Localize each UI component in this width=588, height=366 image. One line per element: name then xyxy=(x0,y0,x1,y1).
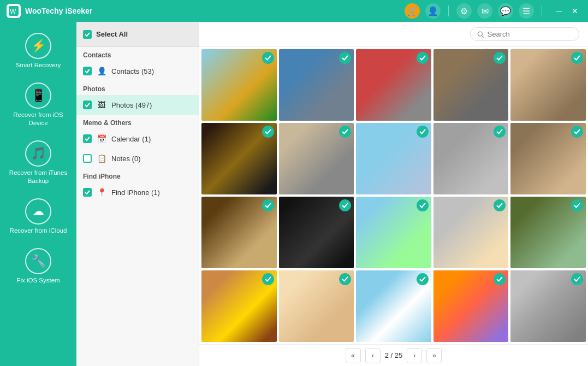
photo-cell[interactable] xyxy=(201,270,277,342)
section-contacts: Contacts xyxy=(76,47,199,61)
recover-ios-icon: 📱 xyxy=(25,82,51,109)
select-all-checkbox[interactable] xyxy=(83,30,92,39)
notes-checkbox[interactable] xyxy=(83,154,92,163)
photo-check xyxy=(262,273,274,285)
photo-cell[interactable] xyxy=(201,197,277,268)
photo-cell[interactable] xyxy=(510,49,586,121)
fix-ios-icon: 🔧 xyxy=(25,248,51,274)
first-page-button[interactable]: « xyxy=(346,348,361,363)
search-box[interactable] xyxy=(470,27,579,41)
panel-item-photos[interactable]: 🖼 Photos (497) xyxy=(76,95,199,115)
photos-label: Photos (497) xyxy=(111,101,152,109)
photo-check xyxy=(571,52,583,64)
sidebar-item-label-ios: Recover from iOS Device xyxy=(8,111,69,127)
calendar-label: Calendar (1) xyxy=(111,135,151,143)
photo-check xyxy=(339,126,351,138)
photo-check xyxy=(262,126,274,138)
photos-checkbox[interactable] xyxy=(83,101,92,109)
photo-check xyxy=(339,273,351,285)
photo-cell[interactable] xyxy=(356,197,431,268)
close-button[interactable]: ✕ xyxy=(568,5,581,16)
notes-icon: 📋 xyxy=(96,153,107,164)
photo-cell[interactable] xyxy=(279,123,354,194)
sidebar-item-recover-icloud[interactable]: ☁ Recover from iCloud xyxy=(5,193,71,240)
photo-cell[interactable] xyxy=(356,270,431,342)
panel-item-find-iphone[interactable]: 📍 Find iPhone (1) xyxy=(76,182,199,202)
photo-check xyxy=(494,52,506,64)
sidebar-item-label-itunes: Recover from iTunes Backup xyxy=(8,169,69,185)
mail-icon[interactable]: ✉ xyxy=(477,3,492,19)
photo-grid xyxy=(199,47,588,344)
last-page-button[interactable]: » xyxy=(426,348,442,363)
sidebar-item-label-icloud: Recover from iCloud xyxy=(10,227,67,235)
chat-icon[interactable]: 💬 xyxy=(498,3,513,19)
photo-check xyxy=(494,126,506,138)
panel-item-calendar[interactable]: 📅 Calendar (1) xyxy=(76,129,199,149)
find-iphone-checkbox[interactable] xyxy=(83,188,92,197)
main-content: « ‹ 2 / 25 › » xyxy=(199,22,588,366)
select-all-label[interactable]: Select All xyxy=(96,30,128,38)
minimize-button[interactable]: ─ xyxy=(553,5,565,16)
search-input[interactable] xyxy=(488,30,572,38)
pagination-bar: « ‹ 2 / 25 › » xyxy=(199,344,588,366)
search-icon xyxy=(477,31,484,38)
panel-item-notes[interactable]: 📋 Notes (0) xyxy=(76,149,199,168)
app-logo: W xyxy=(7,4,21,18)
photo-check xyxy=(417,52,429,64)
photo-check xyxy=(339,52,351,64)
section-find-iphone: Find iPhone xyxy=(76,168,199,182)
photo-cell[interactable] xyxy=(510,270,586,342)
photo-check xyxy=(494,273,506,285)
sidebar-item-label: Smart Recovery xyxy=(16,61,61,69)
photo-check xyxy=(571,126,583,138)
title-bar-actions: 🛒 👤 ⚙ ✉ 💬 ☰ ─ ✕ xyxy=(405,3,581,19)
photo-check xyxy=(571,273,583,285)
recover-icloud-icon: ☁ xyxy=(25,198,51,225)
sidebar-item-recover-itunes[interactable]: 🎵 Recover from iTunes Backup xyxy=(5,135,71,191)
notes-label: Notes (0) xyxy=(111,155,140,163)
photo-cell[interactable] xyxy=(279,197,354,268)
sidebar-item-fix-ios[interactable]: 🔧 Fix iOS System xyxy=(5,243,71,290)
menu-icon[interactable]: ☰ xyxy=(519,3,534,19)
settings-icon[interactable]: ⚙ xyxy=(456,3,472,19)
smart-recovery-icon: ⚡ xyxy=(25,33,51,59)
main-layout: ⚡ Smart Recovery 📱 Recover from iOS Devi… xyxy=(0,22,588,366)
sidebar-item-smart-recovery[interactable]: ⚡ Smart Recovery xyxy=(5,27,71,75)
find-iphone-label: Find iPhone (1) xyxy=(111,188,160,197)
panel-header: Select All xyxy=(76,22,199,47)
photo-cell[interactable] xyxy=(433,123,509,194)
find-iphone-icon: 📍 xyxy=(96,187,107,198)
calendar-checkbox[interactable] xyxy=(83,134,92,143)
title-bar: W WooTechy iSeeker 🛒 👤 ⚙ ✉ 💬 ☰ ─ ✕ xyxy=(0,0,588,22)
photo-check xyxy=(417,126,429,138)
photo-cell[interactable] xyxy=(510,197,586,268)
photo-check xyxy=(571,199,583,211)
prev-page-button[interactable]: ‹ xyxy=(365,348,381,363)
svg-text:W: W xyxy=(10,8,16,15)
next-page-button[interactable]: › xyxy=(407,348,422,363)
photo-cell[interactable] xyxy=(356,49,431,121)
category-panel: Select All Contacts 👤 Contacts (53) Phot… xyxy=(76,22,199,366)
sidebar: ⚡ Smart Recovery 📱 Recover from iOS Devi… xyxy=(0,22,76,366)
section-photos: Photos xyxy=(76,81,199,95)
photo-cell[interactable] xyxy=(433,49,509,121)
photo-check xyxy=(339,199,351,211)
user-icon[interactable]: 👤 xyxy=(425,3,441,19)
contacts-checkbox[interactable] xyxy=(83,67,92,75)
recover-itunes-icon: 🎵 xyxy=(25,140,51,167)
photo-check xyxy=(494,199,506,211)
sidebar-item-recover-ios[interactable]: 📱 Recover from iOS Device xyxy=(5,77,71,133)
photo-cell[interactable] xyxy=(201,49,277,121)
photo-cell[interactable] xyxy=(279,49,354,121)
photo-cell[interactable] xyxy=(433,270,509,342)
page-info: 2 / 25 xyxy=(385,351,403,359)
photo-cell[interactable] xyxy=(279,270,354,342)
photo-check xyxy=(417,199,429,211)
calendar-icon: 📅 xyxy=(96,133,107,144)
cart-icon[interactable]: 🛒 xyxy=(405,3,420,19)
photo-cell[interactable] xyxy=(433,197,509,268)
photo-cell[interactable] xyxy=(510,123,586,194)
photo-cell[interactable] xyxy=(201,123,277,194)
photo-cell[interactable] xyxy=(356,123,431,194)
panel-item-contacts[interactable]: 👤 Contacts (53) xyxy=(76,61,199,81)
